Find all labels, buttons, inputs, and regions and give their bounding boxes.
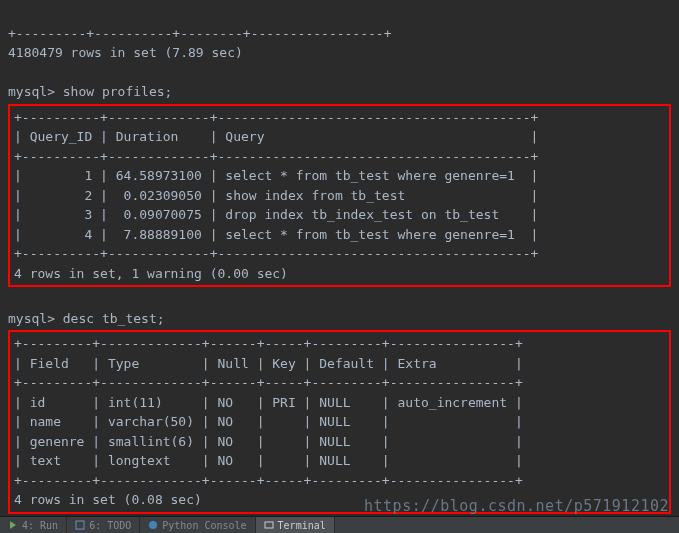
run-tab[interactable]: 4: Run (0, 517, 67, 533)
table-row: | 1 | 64.58973100 | select * from tb_tes… (14, 168, 538, 183)
table-row: | 4 | 7.88889100 | select * from tb_test… (14, 227, 538, 242)
bottom-toolbar: 4: Run 6: TODO Python Console Terminal (0, 516, 679, 533)
table-border: +---------+-------------+------+-----+--… (14, 375, 523, 390)
todo-icon (75, 520, 85, 530)
separator-line: +---------+----------+--------+---------… (8, 26, 392, 41)
table-header: | Query_ID | Duration | Query | (14, 129, 538, 144)
table-border: +----------+-------------+--------------… (14, 246, 538, 261)
table-header: | Field | Type | Null | Key | Default | … (14, 356, 523, 371)
table-row: | 2 | 0.02309050 | show index from tb_te… (14, 188, 538, 203)
mysql-prompt: mysql> (8, 311, 63, 326)
table-row: | genenre | smallint(6) | NO | | NULL | … (14, 434, 523, 449)
tab-label: Terminal (278, 520, 326, 531)
svg-rect-1 (76, 521, 84, 529)
terminal-output: +---------+----------+--------+---------… (0, 0, 679, 533)
table-border: +----------+-------------+--------------… (14, 110, 538, 125)
tab-label: 4: Run (22, 520, 58, 531)
python-console-tab[interactable]: Python Console (140, 517, 255, 533)
profiles-result-box: +----------+-------------+--------------… (8, 104, 671, 288)
watermark: https://blog.csdn.net/p571912102 (364, 497, 669, 515)
rows-summary: 4 rows in set, 1 warning (0.00 sec) (14, 266, 288, 281)
command-text: show profiles; (63, 84, 173, 99)
table-row: | name | varchar(50) | NO | | NULL | | (14, 414, 523, 429)
todo-tab[interactable]: 6: TODO (67, 517, 140, 533)
table-border: +----------+-------------+--------------… (14, 149, 538, 164)
terminal-icon (264, 520, 274, 530)
svg-point-2 (149, 521, 157, 529)
table-row: | text | longtext | NO | | NULL | | (14, 453, 523, 468)
table-row: | 3 | 0.09070075 | drop index tb_index_t… (14, 207, 538, 222)
run-icon (8, 520, 18, 530)
rows-summary: 4180479 rows in set (7.89 sec) (8, 45, 243, 60)
desc-result-box: +---------+-------------+------+-----+--… (8, 330, 671, 514)
command-text: desc tb_test; (63, 311, 165, 326)
table-row: | id | int(11) | NO | PRI | NULL | auto_… (14, 395, 523, 410)
svg-rect-3 (265, 522, 273, 528)
terminal-tab[interactable]: Terminal (256, 517, 335, 533)
mysql-prompt: mysql> (8, 84, 63, 99)
tab-label: Python Console (162, 520, 246, 531)
table-border: +---------+-------------+------+-----+--… (14, 473, 523, 488)
python-icon (148, 520, 158, 530)
rows-summary: 4 rows in set (0.08 sec) (14, 492, 202, 507)
table-border: +---------+-------------+------+-----+--… (14, 336, 523, 351)
svg-marker-0 (10, 521, 16, 529)
tab-label: 6: TODO (89, 520, 131, 531)
